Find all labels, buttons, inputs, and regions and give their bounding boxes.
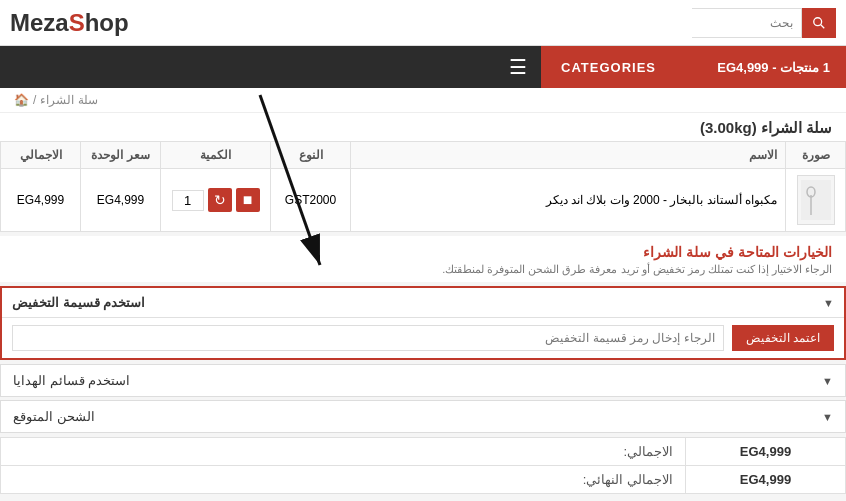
- nav-row: 1 منتجات - EG4,999 CATEGORIES ☰: [0, 46, 846, 88]
- product-type-cell: GST2000: [271, 169, 351, 232]
- search-icon: [812, 16, 826, 30]
- cart-nav-label: 1 منتجات - EG4,999: [717, 60, 830, 75]
- top-header: MezaShop: [0, 0, 846, 46]
- col-image: صورة: [786, 142, 846, 169]
- shipping-arrow: ▼: [822, 411, 833, 423]
- col-total: الاجمالي: [1, 142, 81, 169]
- options-title: الخيارات المتاحة في سلة الشراء: [14, 244, 832, 260]
- total-label-2: الاجمالي النهائي:: [1, 466, 686, 494]
- categories-button[interactable]: CATEGORIES: [541, 46, 676, 88]
- totals-area: EG4,999 الاجمالي: EG4,999 الاجمالي النها…: [0, 437, 846, 494]
- cart-table-body: مكبواه ألستاند بالبخار - 2000 وات بلاك ا…: [1, 169, 846, 232]
- breadcrumb-separator: /: [33, 93, 36, 107]
- coupon-arrow: ▼: [823, 297, 834, 309]
- shipping-collapsible[interactable]: ▼ الشحن المتوقع: [0, 400, 846, 433]
- logo-s: S: [69, 9, 85, 36]
- coupon-input[interactable]: [12, 325, 724, 351]
- qty-controls: ■ ↻: [169, 188, 262, 212]
- col-qty: الكمية: [161, 142, 271, 169]
- product-total-cell: EG4,999: [1, 169, 81, 232]
- qty-decrease-button[interactable]: ■: [236, 188, 260, 212]
- col-name: الاسم: [351, 142, 786, 169]
- product-type: GST2000: [285, 193, 336, 207]
- logo-text-1: Meza: [10, 9, 69, 36]
- options-desc: الرجاء الاختيار إذا كنت تمتلك رمز تخفيض …: [14, 263, 832, 276]
- search-area: [692, 8, 836, 38]
- svg-point-0: [814, 17, 822, 25]
- product-placeholder-icon: [801, 180, 831, 220]
- categories-label: CATEGORIES: [561, 60, 656, 75]
- product-unit-price: EG4,999: [97, 193, 144, 207]
- qty-input[interactable]: [172, 190, 204, 211]
- logo: MezaShop: [10, 9, 129, 37]
- col-price: سعر الوحدة: [81, 142, 161, 169]
- product-total: EG4,999: [17, 193, 64, 207]
- total-label-1: الاجمالي:: [1, 438, 686, 466]
- coupon-header-label: استخدم قسيمة التخفيض: [12, 295, 145, 310]
- gift-arrow: ▼: [822, 375, 833, 387]
- categories-area: CATEGORIES ☰: [0, 46, 676, 88]
- gift-collapsible[interactable]: ▼ استخدم قسائم الهدايا: [0, 364, 846, 397]
- table-row: مكبواه ألستاند بالبخار - 2000 وات بلاك ا…: [1, 169, 846, 232]
- breadcrumb-current: سلة الشراء: [40, 93, 97, 107]
- totals-table: EG4,999 الاجمالي: EG4,999 الاجمالي النها…: [0, 437, 846, 494]
- col-type: النوع: [271, 142, 351, 169]
- product-name-cell: مكبواه ألستاند بالبخار - 2000 وات بلاك ا…: [351, 169, 786, 232]
- totals-row-2: EG4,999 الاجمالي النهائي:: [1, 466, 846, 494]
- search-input[interactable]: [692, 8, 802, 38]
- product-price-cell: EG4,999: [81, 169, 161, 232]
- coupon-apply-button[interactable]: اعتمد التخفيض: [732, 325, 834, 351]
- totals-row-1: EG4,999 الاجمالي:: [1, 438, 846, 466]
- product-qty-cell: ■ ↻: [161, 169, 271, 232]
- options-section: الخيارات المتاحة في سلة الشراء الرجاء ال…: [0, 236, 846, 282]
- total-value-1: EG4,999: [686, 438, 846, 466]
- gift-label: استخدم قسائم الهدايا: [13, 373, 130, 388]
- hamburger-icon[interactable]: ☰: [495, 55, 541, 79]
- home-icon[interactable]: 🏠: [14, 93, 29, 107]
- logo-text-3: hop: [85, 9, 129, 36]
- shipping-label: الشحن المتوقع: [13, 409, 95, 424]
- product-image: [797, 175, 835, 225]
- search-button[interactable]: [802, 8, 836, 38]
- coupon-box: ▼ استخدم قسيمة التخفيض اعتمد التخفيض: [0, 286, 846, 360]
- product-name: مكبواه ألستاند بالبخار - 2000 وات بلاك ا…: [546, 193, 777, 207]
- cart-nav[interactable]: 1 منتجات - EG4,999: [676, 46, 846, 88]
- cart-table-header: صورة الاسم النوع الكمية سعر الوحدة الاجم…: [1, 142, 846, 169]
- coupon-header[interactable]: ▼ استخدم قسيمة التخفيض: [2, 288, 844, 318]
- total-value-2: EG4,999: [686, 466, 846, 494]
- cart-table: صورة الاسم النوع الكمية سعر الوحدة الاجم…: [0, 141, 846, 232]
- svg-line-1: [821, 24, 825, 28]
- breadcrumb: سلة الشراء / 🏠: [0, 88, 846, 113]
- qty-refresh-button[interactable]: ↻: [208, 188, 232, 212]
- page-title-area: سلة الشراء (3.00kg): [0, 113, 846, 141]
- svg-rect-2: [801, 180, 831, 220]
- coupon-body: اعتمد التخفيض: [2, 318, 844, 358]
- coupon-apply-label: اعتمد التخفيض: [746, 331, 820, 345]
- product-image-cell: [786, 169, 846, 232]
- page-title: سلة الشراء (3.00kg): [700, 119, 832, 136]
- cart-table-container: صورة الاسم النوع الكمية سعر الوحدة الاجم…: [0, 141, 846, 232]
